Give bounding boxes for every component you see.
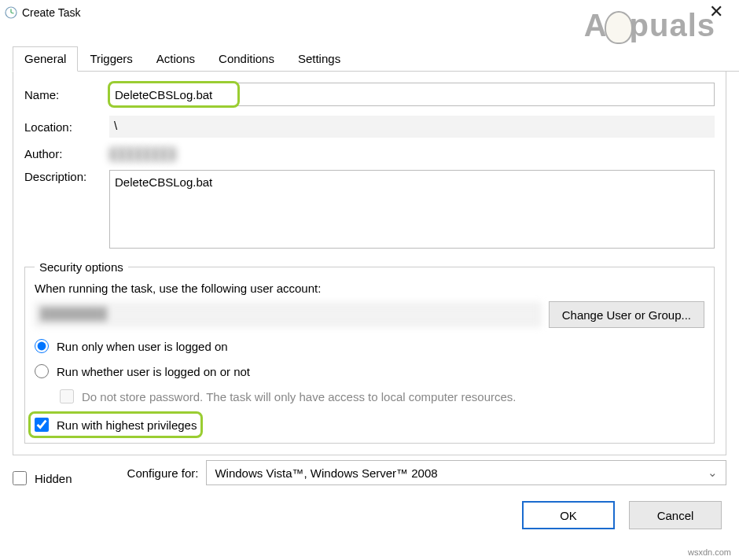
- checkbox-no-store-password-input: [60, 389, 74, 403]
- location-value: \: [109, 116, 715, 138]
- radio-run-whether-label: Run whether user is logged on or not: [57, 365, 250, 378]
- checkbox-run-highest-label: Run with highest privileges: [57, 418, 197, 432]
- small-watermark: wsxdn.com: [688, 547, 731, 557]
- change-user-button[interactable]: Change User or Group...: [549, 301, 704, 328]
- tab-triggers[interactable]: Triggers: [78, 46, 144, 72]
- radio-run-logged-on[interactable]: Run only when user is logged on: [35, 339, 704, 353]
- checkbox-hidden[interactable]: Hidden: [13, 471, 72, 485]
- security-legend: Security options: [35, 260, 128, 274]
- ok-button[interactable]: OK: [522, 501, 615, 529]
- checkbox-run-highest-input[interactable]: [35, 418, 49, 432]
- window-title: Create Task: [22, 6, 80, 19]
- description-label: Description:: [24, 170, 109, 183]
- tabs-bar: General Triggers Actions Conditions Sett…: [13, 46, 739, 72]
- name-input[interactable]: [109, 83, 715, 106]
- tab-actions[interactable]: Actions: [145, 46, 207, 72]
- close-icon[interactable]: ✕: [709, 2, 723, 22]
- radio-run-logged-on-label: Run only when user is logged on: [57, 340, 228, 353]
- radio-run-whether[interactable]: Run whether user is logged on or not: [35, 364, 704, 378]
- security-prompt: When running the task, use the following…: [35, 282, 704, 295]
- general-panel: Name: Location: \ Author: ████████ Descr…: [13, 72, 726, 455]
- configure-for-select[interactable]: Windows Vista™, Windows Server™ 2008 ⌄: [206, 460, 726, 485]
- task-scheduler-icon: [5, 6, 17, 19]
- configure-for-label: Configure for:: [127, 466, 199, 480]
- chevron-down-icon: ⌄: [708, 466, 718, 480]
- user-account-field: ████████: [35, 303, 541, 326]
- security-options-group: Security options When running the task, …: [24, 260, 715, 444]
- name-label: Name:: [24, 88, 109, 101]
- bottom-row: Hidden Configure for: Windows Vista™, Wi…: [13, 455, 726, 493]
- titlebar: Create Task ✕: [0, 0, 739, 22]
- checkbox-run-highest[interactable]: Run with highest privileges: [35, 418, 197, 432]
- checkbox-hidden-label: Hidden: [35, 472, 72, 485]
- checkbox-no-store-password-label: Do not store password. The task will onl…: [82, 390, 516, 403]
- checkbox-hidden-input[interactable]: [13, 471, 27, 485]
- tab-general[interactable]: General: [13, 46, 78, 72]
- configure-for-value: Windows Vista™, Windows Server™ 2008: [215, 466, 437, 480]
- tab-conditions[interactable]: Conditions: [207, 46, 286, 72]
- location-label: Location:: [24, 120, 109, 134]
- author-label: Author:: [24, 147, 109, 160]
- radio-run-logged-on-input[interactable]: [35, 339, 49, 353]
- cancel-button[interactable]: Cancel: [629, 501, 722, 529]
- footer-buttons: OK Cancel: [0, 493, 739, 540]
- description-input[interactable]: [109, 170, 715, 249]
- author-value: ████████: [109, 147, 176, 160]
- checkbox-no-store-password: Do not store password. The task will onl…: [60, 389, 704, 403]
- radio-run-whether-input[interactable]: [35, 364, 49, 378]
- tab-settings[interactable]: Settings: [286, 46, 352, 72]
